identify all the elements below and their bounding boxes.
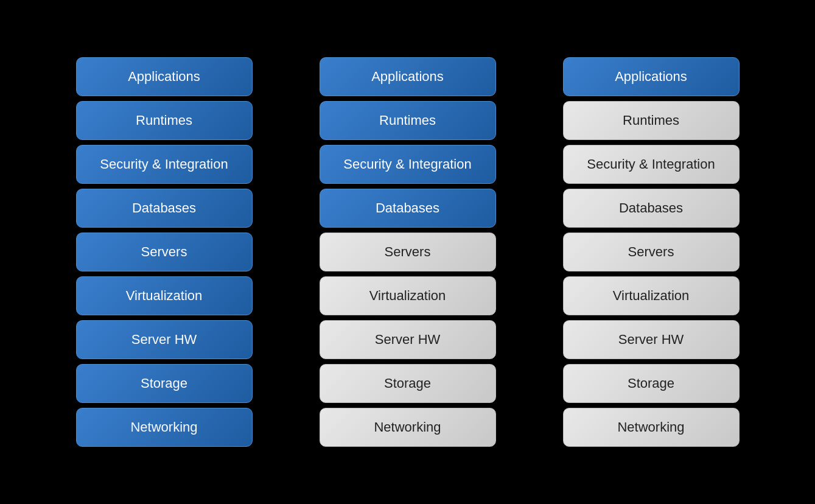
stack-item-col1-9: Networking [76,408,253,447]
stack-item-col2-5: Servers [320,233,496,271]
stack-item-col2-4: Databases [320,189,496,228]
stack-item-col3-4: Databases [563,189,740,228]
stack-item-col1-3: Security & Integration [76,145,253,184]
stack-item-col2-2: Runtimes [320,101,496,140]
stack-item-col3-8: Storage [563,364,740,403]
stack-item-col1-5: Servers [76,233,253,271]
stack-item-col1-6: Virtualization [76,276,253,315]
stack-item-col2-7: Server HW [320,320,496,359]
stack-item-col2-8: Storage [320,364,496,403]
stack-item-col3-9: Networking [563,408,740,447]
columns-container: ApplicationsRuntimesSecurity & Integrati… [76,57,740,447]
stack-item-col1-4: Databases [76,189,253,228]
stack-item-col2-1: Applications [320,57,496,96]
stack-item-col1-2: Runtimes [76,101,253,140]
stack-column-2: ApplicationsRuntimesSecurity & Integrati… [320,57,496,447]
stack-item-col1-1: Applications [76,57,253,96]
stack-item-col3-6: Virtualization [563,276,740,315]
stack-column-1: ApplicationsRuntimesSecurity & Integrati… [76,57,253,447]
stack-item-col3-5: Servers [563,233,740,271]
stack-item-col2-9: Networking [320,408,496,447]
stack-column-3: ApplicationsRuntimesSecurity & Integrati… [563,57,740,447]
stack-item-col1-8: Storage [76,364,253,403]
stack-item-col1-7: Server HW [76,320,253,359]
stack-item-col2-3: Security & Integration [320,145,496,184]
stack-item-col3-1: Applications [563,57,740,96]
stack-item-col3-2: Runtimes [563,101,740,140]
stack-item-col3-3: Security & Integration [563,145,740,184]
stack-item-col2-6: Virtualization [320,276,496,315]
stack-item-col3-7: Server HW [563,320,740,359]
